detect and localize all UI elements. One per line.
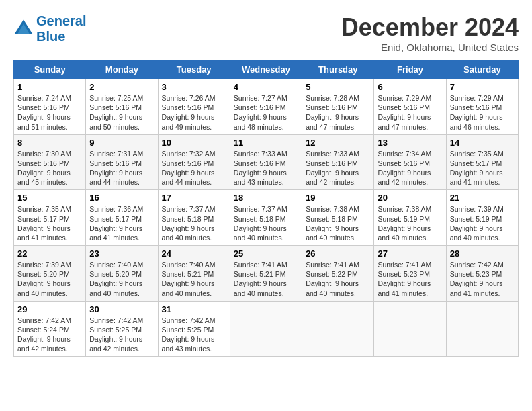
day-info: Sunrise: 7:28 AM Sunset: 5:16 PM Dayligh… (306, 93, 370, 132)
day-number: 28 (450, 248, 515, 259)
day-info: Sunrise: 7:25 AM Sunset: 5:16 PM Dayligh… (89, 93, 154, 132)
day-info: Sunrise: 7:34 AM Sunset: 5:16 PM Dayligh… (378, 149, 442, 187)
calendar-cell: 21 Sunrise: 7:39 AM Sunset: 5:19 PM Dayl… (446, 190, 518, 246)
calendar-cell: 29 Sunrise: 7:42 AM Sunset: 5:24 PM Dayl… (14, 301, 86, 357)
calendar-cell: 14 Sunrise: 7:35 AM Sunset: 5:17 PM Dayl… (446, 134, 518, 190)
day-info: Sunrise: 7:36 AM Sunset: 5:17 PM Dayligh… (89, 204, 154, 242)
day-info: Sunrise: 7:39 AM Sunset: 5:20 PM Dayligh… (17, 260, 82, 298)
day-info: Sunrise: 7:30 AM Sunset: 5:16 PM Dayligh… (17, 149, 82, 187)
day-info: Sunrise: 7:41 AM Sunset: 5:21 PM Dayligh… (234, 260, 298, 298)
day-info: Sunrise: 7:38 AM Sunset: 5:18 PM Dayligh… (306, 204, 370, 242)
calendar-week-2: 8 Sunrise: 7:30 AM Sunset: 5:16 PM Dayli… (14, 134, 519, 190)
day-info: Sunrise: 7:29 AM Sunset: 5:16 PM Dayligh… (378, 93, 442, 132)
day-info: Sunrise: 7:38 AM Sunset: 5:19 PM Dayligh… (378, 204, 442, 242)
calendar-cell (302, 301, 374, 357)
day-number: 26 (306, 248, 370, 259)
calendar-cell: 18 Sunrise: 7:37 AM Sunset: 5:18 PM Dayl… (230, 190, 302, 246)
calendar-week-1: 1 Sunrise: 7:24 AM Sunset: 5:16 PM Dayli… (14, 79, 519, 135)
day-info: Sunrise: 7:37 AM Sunset: 5:18 PM Dayligh… (234, 204, 298, 242)
calendar-cell (446, 301, 518, 357)
location: Enid, Oklahoma, United States (341, 42, 519, 53)
day-info: Sunrise: 7:41 AM Sunset: 5:22 PM Dayligh… (306, 260, 370, 298)
weekday-header-wednesday: Wednesday (230, 60, 302, 79)
day-number: 29 (17, 304, 82, 314)
calendar-cell: 31 Sunrise: 7:42 AM Sunset: 5:25 PM Dayl… (158, 301, 230, 357)
day-number: 7 (450, 82, 515, 92)
calendar-cell (230, 301, 302, 357)
calendar-cell: 11 Sunrise: 7:33 AM Sunset: 5:16 PM Dayl… (230, 134, 302, 190)
day-number: 3 (162, 82, 226, 92)
calendar-cell: 25 Sunrise: 7:41 AM Sunset: 5:21 PM Dayl… (230, 246, 302, 302)
day-info: Sunrise: 7:37 AM Sunset: 5:18 PM Dayligh… (162, 204, 226, 242)
day-number: 11 (234, 138, 298, 148)
calendar-week-5: 29 Sunrise: 7:42 AM Sunset: 5:24 PM Dayl… (14, 301, 519, 357)
day-info: Sunrise: 7:27 AM Sunset: 5:16 PM Dayligh… (234, 93, 298, 132)
day-number: 9 (89, 138, 154, 148)
calendar-cell: 27 Sunrise: 7:41 AM Sunset: 5:23 PM Dayl… (374, 246, 446, 302)
day-number: 10 (162, 138, 226, 148)
day-info: Sunrise: 7:24 AM Sunset: 5:16 PM Dayligh… (17, 93, 82, 132)
day-number: 12 (306, 138, 370, 148)
day-number: 5 (306, 82, 370, 92)
calendar-table: SundayMondayTuesdayWednesdayThursdayFrid… (13, 60, 519, 357)
calendar-cell: 16 Sunrise: 7:36 AM Sunset: 5:17 PM Dayl… (86, 190, 158, 246)
calendar-week-4: 22 Sunrise: 7:39 AM Sunset: 5:20 PM Dayl… (14, 246, 519, 302)
day-info: Sunrise: 7:33 AM Sunset: 5:16 PM Dayligh… (234, 149, 298, 187)
calendar-cell: 2 Sunrise: 7:25 AM Sunset: 5:16 PM Dayli… (86, 79, 158, 135)
calendar-cell: 7 Sunrise: 7:29 AM Sunset: 5:16 PM Dayli… (446, 79, 518, 135)
day-info: Sunrise: 7:40 AM Sunset: 5:20 PM Dayligh… (89, 260, 154, 298)
weekday-header-row: SundayMondayTuesdayWednesdayThursdayFrid… (14, 60, 519, 79)
calendar-body: 1 Sunrise: 7:24 AM Sunset: 5:16 PM Dayli… (14, 79, 519, 357)
day-number: 16 (89, 193, 154, 203)
day-number: 19 (306, 193, 370, 203)
weekday-header-tuesday: Tuesday (158, 60, 230, 79)
weekday-header-monday: Monday (86, 60, 158, 79)
calendar-cell: 4 Sunrise: 7:27 AM Sunset: 5:16 PM Dayli… (230, 79, 302, 135)
calendar-cell: 28 Sunrise: 7:42 AM Sunset: 5:23 PM Dayl… (446, 246, 518, 302)
calendar-cell: 15 Sunrise: 7:35 AM Sunset: 5:17 PM Dayl… (14, 190, 86, 246)
calendar-cell (374, 301, 446, 357)
calendar-cell: 22 Sunrise: 7:39 AM Sunset: 5:20 PM Dayl… (14, 246, 86, 302)
calendar-cell: 3 Sunrise: 7:26 AM Sunset: 5:16 PM Dayli… (158, 79, 230, 135)
day-number: 30 (89, 304, 154, 314)
calendar-cell: 8 Sunrise: 7:30 AM Sunset: 5:16 PM Dayli… (14, 134, 86, 190)
day-info: Sunrise: 7:40 AM Sunset: 5:21 PM Dayligh… (162, 260, 226, 298)
day-number: 20 (378, 193, 442, 203)
day-number: 2 (89, 82, 154, 92)
logo: General Blue (13, 13, 86, 44)
month-title: December 2024 (341, 13, 519, 42)
calendar-cell: 9 Sunrise: 7:31 AM Sunset: 5:16 PM Dayli… (86, 134, 158, 190)
day-info: Sunrise: 7:33 AM Sunset: 5:16 PM Dayligh… (306, 149, 370, 187)
calendar-cell: 20 Sunrise: 7:38 AM Sunset: 5:19 PM Dayl… (374, 190, 446, 246)
calendar-cell: 17 Sunrise: 7:37 AM Sunset: 5:18 PM Dayl… (158, 190, 230, 246)
day-info: Sunrise: 7:32 AM Sunset: 5:16 PM Dayligh… (162, 149, 226, 187)
day-info: Sunrise: 7:35 AM Sunset: 5:17 PM Dayligh… (17, 204, 82, 242)
day-number: 24 (162, 248, 226, 259)
day-number: 6 (378, 82, 442, 92)
day-info: Sunrise: 7:35 AM Sunset: 5:17 PM Dayligh… (450, 149, 515, 187)
day-info: Sunrise: 7:42 AM Sunset: 5:25 PM Dayligh… (89, 316, 154, 354)
calendar-cell: 13 Sunrise: 7:34 AM Sunset: 5:16 PM Dayl… (374, 134, 446, 190)
weekday-header-friday: Friday (374, 60, 446, 79)
day-number: 17 (162, 193, 226, 203)
day-info: Sunrise: 7:31 AM Sunset: 5:16 PM Dayligh… (89, 149, 154, 187)
day-number: 25 (234, 248, 298, 259)
day-number: 1 (17, 82, 82, 92)
day-number: 21 (450, 193, 515, 203)
weekday-header-sunday: Sunday (14, 60, 86, 79)
calendar-cell: 26 Sunrise: 7:41 AM Sunset: 5:22 PM Dayl… (302, 246, 374, 302)
day-info: Sunrise: 7:39 AM Sunset: 5:19 PM Dayligh… (450, 204, 515, 242)
day-number: 8 (17, 138, 82, 148)
calendar-week-3: 15 Sunrise: 7:35 AM Sunset: 5:17 PM Dayl… (14, 190, 519, 246)
weekday-header-thursday: Thursday (302, 60, 374, 79)
logo-text: General Blue (36, 13, 86, 44)
calendar-cell: 23 Sunrise: 7:40 AM Sunset: 5:20 PM Dayl… (86, 246, 158, 302)
calendar-cell: 6 Sunrise: 7:29 AM Sunset: 5:16 PM Dayli… (374, 79, 446, 135)
day-number: 22 (17, 248, 82, 259)
day-number: 18 (234, 193, 298, 203)
day-info: Sunrise: 7:41 AM Sunset: 5:23 PM Dayligh… (378, 260, 442, 298)
day-number: 4 (234, 82, 298, 92)
calendar-cell: 24 Sunrise: 7:40 AM Sunset: 5:21 PM Dayl… (158, 246, 230, 302)
calendar-cell: 10 Sunrise: 7:32 AM Sunset: 5:16 PM Dayl… (158, 134, 230, 190)
day-info: Sunrise: 7:26 AM Sunset: 5:16 PM Dayligh… (162, 93, 226, 132)
